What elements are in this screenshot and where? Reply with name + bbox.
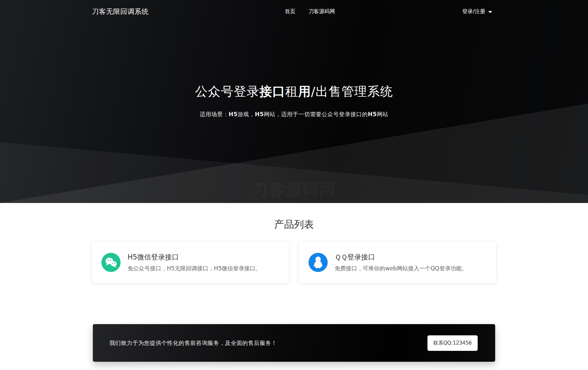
hero-section: 刀客无限回调系统 首页 刀客源码网 登录/注册 公众号登录接口租用/出售管理系统… — [0, 0, 588, 203]
product-card-title: ＱＱ登录接口 — [335, 252, 467, 262]
product-card-wechat[interactable]: H5微信登录接口 免公众号接口，H5无限回调接口，H5微信登录接口。 — [92, 242, 289, 283]
product-card-text: ＱＱ登录接口 免费接口，可将你的web网站接入一个QQ登录功能。 — [335, 252, 467, 272]
hero-subtitle: 适用场景：H5游戏，H5网站，适用于一切需要公众号登录接口的H5网站 — [0, 111, 588, 118]
caret-down-icon — [488, 11, 492, 13]
hero-subtitle-segment: 适用场景： — [200, 111, 229, 118]
background-watermark-text: 刀客源码网 — [250, 179, 338, 200]
products-heading: 产品列表 — [0, 217, 588, 232]
hero-subtitle-segment: 网站，适用于一切需要公众号登录接口的 — [264, 111, 368, 118]
product-card-description: 免费接口，可将你的web网站接入一个QQ登录功能。 — [335, 265, 467, 272]
product-card-description: 免公众号接口，H5无限回调接口，H5微信登录接口。 — [128, 265, 261, 272]
product-card-title: H5微信登录接口 — [128, 252, 261, 262]
hero-subtitle-segment: 游戏， — [238, 111, 255, 118]
product-card-text: H5微信登录接口 免公众号接口，H5无限回调接口，H5微信登录接口。 — [128, 252, 261, 272]
login-register-dropdown[interactable]: 登录/注册 — [462, 0, 492, 23]
contact-banner: 我们致力于为您提供个性化的售前咨询服务，及全面的售后服务！ 联系QQ:12345… — [93, 324, 495, 362]
nav-item-daoke-source[interactable]: 刀客源码网 — [309, 8, 335, 15]
hero-subtitle-segment: 网站 — [377, 111, 388, 118]
hero-title-segment: 租 — [285, 84, 298, 99]
product-card-qq[interactable]: ＱＱ登录接口 免费接口，可将你的web网站接入一个QQ登录功能。 — [299, 242, 496, 283]
brand-logo[interactable]: 刀客无限回调系统 — [92, 0, 149, 23]
hero-title-segment: 公众号登录 — [195, 84, 260, 99]
nav-item-home[interactable]: 首页 — [285, 8, 295, 15]
navbar: 刀客无限回调系统 首页 刀客源码网 登录/注册 — [0, 0, 588, 23]
wechat-icon — [101, 253, 121, 272]
qq-icon — [309, 253, 328, 272]
hero-subtitle-segment: H5 — [255, 111, 264, 118]
login-register-label: 登录/注册 — [462, 8, 485, 15]
hero-subtitle-segment: H5 — [368, 111, 377, 118]
hero-title-segment: /出售管理系统 — [311, 84, 393, 99]
product-card-list: H5微信登录接口 免公众号接口，H5无限回调接口，H5微信登录接口。 ＱＱ登录接… — [92, 242, 496, 283]
nav-links: 首页 刀客源码网 — [285, 0, 335, 23]
hero-subtitle-segment: H5 — [229, 111, 238, 118]
hero-title-segment: 用 — [298, 84, 311, 99]
hero-title-segment: 接口 — [260, 84, 285, 99]
contact-banner-text: 我们致力于为您提供个性化的售前咨询服务，及全面的售后服务！ — [109, 339, 277, 347]
contact-qq-button[interactable]: 联系QQ:123456 — [427, 335, 478, 351]
